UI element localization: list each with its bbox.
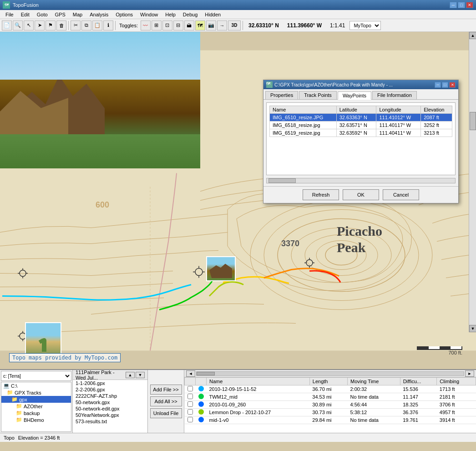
track-hscroll-thumb[interactable] bbox=[197, 372, 215, 375]
menu-goto[interactable]: Goto bbox=[33, 11, 51, 18]
track-nav-right[interactable]: ► bbox=[465, 370, 474, 377]
add-file-button[interactable]: Add File >> bbox=[150, 385, 182, 395]
cancel-button[interactable]: Cancel bbox=[383, 189, 419, 200]
tb-toggle5[interactable]: 🏔 bbox=[184, 20, 194, 30]
track-row[interactable]: TWM12_mid 34.53 mi No time data 11.147 2… bbox=[185, 393, 476, 401]
col-moving-time[interactable]: Moving Time bbox=[348, 378, 400, 385]
tb-zoom-in[interactable]: 🔍 bbox=[13, 20, 23, 30]
tb-waypoint[interactable]: ⚑ bbox=[46, 20, 56, 30]
file-item[interactable]: 50-network.gpx bbox=[73, 399, 147, 405]
tb-toggle2[interactable]: ⊞ bbox=[152, 20, 162, 30]
col-longitude[interactable]: Longitude bbox=[376, 106, 421, 114]
map-area[interactable]: MYTOPO.COM MYTOPO bbox=[0, 32, 476, 369]
tb-arrow[interactable]: → bbox=[217, 20, 227, 30]
table-row[interactable]: IMG_6519_resize.jpg 32.63592° N 111.4041… bbox=[270, 129, 452, 137]
menu-hidden[interactable]: Hidden bbox=[201, 11, 224, 18]
drive-select[interactable]: c: [Terra] bbox=[1, 371, 71, 381]
scrollbar-thumb-v[interactable] bbox=[470, 112, 476, 130]
track-nav-left[interactable]: ◄ bbox=[186, 370, 195, 377]
tb-new[interactable]: 📄 bbox=[2, 20, 12, 30]
tree-item-bhdemo[interactable]: 📁 BHDemo bbox=[1, 416, 71, 423]
col-track-name[interactable]: Name bbox=[207, 378, 310, 385]
track-row[interactable]: Lemmon Drop - 2012-10-27 30.73 mi 5:38:1… bbox=[185, 409, 476, 416]
tree-item-backup[interactable]: 📁 backup bbox=[1, 410, 71, 416]
tb-select[interactable]: ↖ bbox=[24, 20, 34, 30]
track-row[interactable]: 2010-12-09-15-11-52 36.70 mi 2:00:32 15.… bbox=[185, 385, 476, 393]
tab-file-info[interactable]: File Information bbox=[372, 91, 417, 99]
tb-pointer[interactable]: ➤ bbox=[35, 20, 45, 30]
track-check[interactable] bbox=[187, 394, 193, 399]
col-check[interactable] bbox=[185, 378, 196, 385]
tb-paste[interactable]: 📋 bbox=[92, 20, 102, 30]
unload-file-button[interactable]: Unload File bbox=[150, 408, 182, 418]
maximize-button[interactable]: □ bbox=[458, 2, 465, 8]
tb-toggle6[interactable]: 🗺 bbox=[195, 20, 205, 30]
tree-item-gpx[interactable]: 📁 gpx bbox=[1, 396, 71, 403]
dialog-minimize-button[interactable]: ─ bbox=[435, 82, 441, 88]
col-length[interactable]: Length bbox=[309, 378, 347, 385]
track-row[interactable]: mid-1-v0 29.84 mi No time data 19.761 39… bbox=[185, 416, 476, 424]
menu-analysis[interactable]: Analysis bbox=[86, 11, 112, 18]
file-item[interactable]: 1-1-2006.gpx bbox=[73, 380, 147, 386]
menu-map[interactable]: Map bbox=[69, 11, 86, 18]
file-item[interactable]: 50YearNetwork.gpx bbox=[73, 412, 147, 418]
tab-properties[interactable]: Properties bbox=[265, 91, 298, 99]
dialog-scrollbar[interactable] bbox=[266, 178, 456, 183]
dialog-maximize-button[interactable]: □ bbox=[442, 82, 448, 88]
menu-window[interactable]: Window bbox=[137, 11, 162, 18]
tb-cut[interactable]: ✂ bbox=[71, 20, 81, 30]
tb-copy[interactable]: ⧉ bbox=[81, 20, 91, 30]
nav-up-button[interactable]: ▲ bbox=[126, 372, 135, 378]
tab-track-points[interactable]: Track Points bbox=[299, 91, 337, 99]
menu-file[interactable]: File bbox=[2, 11, 17, 18]
close-button[interactable]: ✕ bbox=[466, 2, 473, 8]
col-difficulty[interactable]: Difficu... bbox=[400, 378, 437, 385]
menu-help[interactable]: Help bbox=[162, 11, 179, 18]
map-source-dropdown[interactable]: MyTopo bbox=[349, 21, 381, 30]
nav-down-button[interactable]: ▼ bbox=[136, 372, 145, 378]
track-check[interactable] bbox=[187, 417, 193, 422]
col-name[interactable]: Name bbox=[270, 106, 337, 114]
track-check[interactable] bbox=[187, 409, 193, 415]
file-item[interactable]: 573-results.txt bbox=[73, 418, 147, 425]
track-check[interactable] bbox=[187, 401, 193, 407]
col-latitude[interactable]: Latitude bbox=[336, 106, 376, 114]
ok-button[interactable]: OK bbox=[343, 189, 379, 200]
table-row[interactable]: IMG_6510_resize.JPG 32.63363° N 111.4101… bbox=[270, 114, 452, 122]
table-row[interactable]: IMG_6518_resize.jpg 32.63571° N 111.4011… bbox=[270, 122, 452, 129]
file-item[interactable]: 2222CNF-AZT.shp bbox=[73, 393, 147, 399]
file-item[interactable]: 50-network-edit.gpx bbox=[73, 405, 147, 412]
tree-item-gpxtracks[interactable]: 📁 GPX Tracks bbox=[1, 389, 71, 396]
tb-toggle1[interactable]: 〰 bbox=[141, 20, 151, 30]
minimize-button[interactable]: ─ bbox=[450, 2, 457, 8]
tb-toggle4[interactable]: ⊟ bbox=[173, 20, 183, 30]
track-row[interactable]: 2010-01-09_260 30.89 mi 4:56:44 18.325 3… bbox=[185, 401, 476, 409]
track-table-scroll[interactable]: Name Length Moving Time Difficu... Climb… bbox=[184, 377, 476, 433]
tree-item-azother[interactable]: 📁 AZOther bbox=[1, 403, 71, 410]
scrollbar-up-button[interactable]: ▲ bbox=[469, 32, 476, 39]
tb-delete[interactable]: 🗑 bbox=[56, 20, 66, 30]
map-scrollbar-vertical[interactable]: ▲ ▼ bbox=[469, 32, 476, 332]
menu-debug[interactable]: Debug bbox=[179, 11, 201, 18]
dialog-close-button[interactable]: ✕ bbox=[449, 82, 456, 88]
tree-item-c[interactable]: 💻 C:\ bbox=[1, 382, 71, 389]
track-hscroll[interactable] bbox=[196, 371, 464, 376]
track-time: 4:56:44 bbox=[348, 401, 400, 409]
col-elevation[interactable]: Elevation bbox=[421, 106, 452, 114]
tb-info[interactable]: ℹ bbox=[103, 20, 113, 30]
menu-gps[interactable]: GPS bbox=[51, 11, 69, 18]
tab-waypoints[interactable]: WayPoints bbox=[338, 91, 371, 100]
file-item[interactable]: 2-2-2006.gpx bbox=[73, 386, 147, 393]
tb-toggle3[interactable]: ⊡ bbox=[162, 20, 172, 30]
scrollbar-thumb[interactable] bbox=[268, 178, 296, 183]
refresh-button[interactable]: Refresh bbox=[303, 189, 339, 200]
menu-options[interactable]: Options bbox=[112, 11, 137, 18]
col-climbing[interactable]: Climbing bbox=[437, 378, 476, 385]
scrollbar-down-button[interactable]: ▼ bbox=[469, 325, 476, 332]
track-check[interactable] bbox=[187, 386, 193, 391]
col-color[interactable] bbox=[196, 378, 207, 385]
tb-3d[interactable]: 3D bbox=[228, 20, 241, 30]
tb-photo[interactable]: 📷 bbox=[206, 20, 216, 30]
add-all-button[interactable]: Add All >> bbox=[150, 396, 182, 406]
menu-edit[interactable]: Edit bbox=[17, 11, 33, 18]
